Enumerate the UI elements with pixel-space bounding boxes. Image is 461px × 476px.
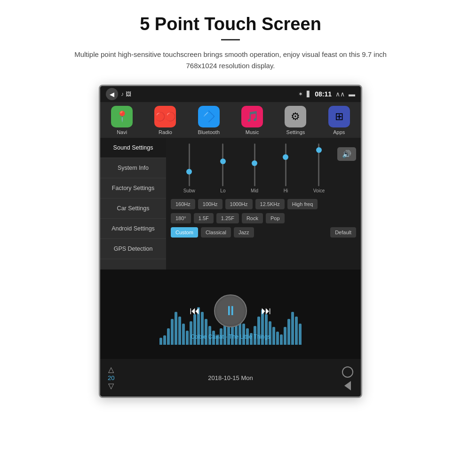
page-subtitle: Multiple point high-sensitive touchscree… bbox=[66, 49, 395, 71]
preset-100hz[interactable]: 100Hz bbox=[198, 199, 223, 209]
viz-bar bbox=[186, 331, 189, 345]
back-button[interactable]: ◀ bbox=[106, 88, 118, 100]
date-display: 2018-10-15 Mon bbox=[208, 374, 253, 381]
bluetooth-label: Bluetooth bbox=[198, 129, 220, 135]
apps-icon: ⊞ bbox=[328, 106, 350, 127]
viz-bar bbox=[295, 317, 298, 345]
home-circle-icon[interactable] bbox=[342, 366, 353, 378]
back-tri-icon[interactable] bbox=[344, 381, 351, 390]
sidebar-item-android-settings[interactable]: Android Settings bbox=[100, 219, 166, 239]
title-divider bbox=[221, 39, 240, 40]
preset-pop[interactable]: Pop bbox=[266, 213, 285, 223]
settings-label: Settings bbox=[286, 129, 305, 135]
viz-bar bbox=[284, 327, 286, 345]
viz-bar bbox=[175, 312, 177, 345]
preset-1000hz[interactable]: 1000Hz bbox=[225, 199, 253, 209]
preset-160hz[interactable]: 160Hz bbox=[171, 199, 195, 209]
status-bar: ◀ ♪ 🖼 ✶ ▋ 08:11 ∧∧ ▬ bbox=[100, 86, 361, 102]
app-navi[interactable]: 📍 Navi bbox=[104, 106, 140, 135]
preset-rock[interactable]: Rock bbox=[242, 213, 263, 223]
slider-lo[interactable]: Lo bbox=[220, 143, 225, 193]
sidebar-item-gps-detection[interactable]: GPS Detection bbox=[100, 239, 166, 259]
preset-1_25f[interactable]: 1.25F bbox=[216, 213, 239, 223]
layout-icon: ▬ bbox=[349, 90, 355, 98]
preset-jazz[interactable]: Jazz bbox=[234, 227, 254, 238]
next-track-button[interactable]: ⏭ bbox=[261, 305, 271, 317]
slider-lo-label: Lo bbox=[220, 188, 225, 193]
slider-hi-label: Hi bbox=[284, 188, 288, 193]
slider-subw-label: Subw bbox=[183, 188, 195, 193]
navi-label: Navi bbox=[117, 129, 127, 135]
eq-panel: Subw Lo Mid bbox=[166, 138, 361, 270]
app-settings[interactable]: ⚙ Settings bbox=[278, 106, 313, 135]
nav-arrows: △ 20 ▽ bbox=[108, 366, 114, 390]
bluetooth-icon: 🔷 bbox=[198, 106, 220, 127]
photo-status-icon: 🖼 bbox=[126, 91, 131, 97]
music-controls: ⏮ ⏸ ⏭ bbox=[190, 294, 271, 327]
music-status-icon: ♪ bbox=[121, 91, 124, 97]
viz-bar bbox=[291, 312, 294, 345]
navi-icon: 📍 bbox=[111, 106, 133, 127]
slider-voice[interactable]: Voice bbox=[313, 143, 325, 193]
music-player: ⏮ ⏸ ⏭ Colbie Caillat - The Little Things bbox=[100, 270, 361, 359]
prev-track-button[interactable]: ⏮ bbox=[190, 305, 200, 317]
preset-row-2: 180° 1.5F 1.25F Rock Pop bbox=[171, 213, 356, 223]
device-frame: ◀ ♪ 🖼 ✶ ▋ 08:11 ∧∧ ▬ 📍 Navi 🔴🔴 Radio 🔷 B… bbox=[99, 85, 362, 398]
bottom-right-icons bbox=[342, 366, 353, 389]
day-number: 20 bbox=[108, 374, 114, 381]
radio-icon: 🔴🔴 bbox=[154, 106, 176, 127]
viz-bar bbox=[276, 332, 279, 345]
settings-icon: ⚙ bbox=[285, 106, 306, 127]
app-music[interactable]: 🎵 Music bbox=[235, 106, 270, 135]
preset-1_5f[interactable]: 1.5F bbox=[194, 213, 214, 223]
viz-bar bbox=[171, 319, 174, 345]
viz-bar bbox=[182, 324, 185, 345]
sliders-row: Subw Lo Mid bbox=[171, 143, 337, 195]
preset-classical[interactable]: Classical bbox=[201, 227, 231, 238]
status-icons: ♪ 🖼 bbox=[121, 91, 131, 97]
play-pause-icon: ⏸ bbox=[224, 303, 237, 318]
up-arrow-button[interactable]: △ bbox=[108, 366, 114, 373]
sidebar-item-sound-settings[interactable]: Sound Settings bbox=[100, 138, 166, 158]
sidebar-item-car-settings[interactable]: Car Settings bbox=[100, 198, 166, 219]
up-arrows-icon: ∧∧ bbox=[335, 90, 345, 98]
radio-label: Radio bbox=[159, 129, 172, 135]
sound-toggle-button[interactable]: 🔊 bbox=[337, 147, 356, 161]
viz-bar bbox=[272, 327, 275, 345]
bt-icon: ✶ bbox=[298, 91, 303, 97]
viz-bar bbox=[178, 317, 181, 345]
sidebar: Sound Settings System Info Factory Setti… bbox=[100, 138, 166, 270]
play-pause-button[interactable]: ⏸ bbox=[214, 294, 247, 327]
app-bar: 📍 Navi 🔴🔴 Radio 🔷 Bluetooth 🎵 Music ⚙ Se… bbox=[100, 102, 361, 138]
viz-bar bbox=[159, 338, 162, 345]
status-left: ◀ ♪ 🖼 bbox=[106, 88, 131, 100]
viz-bar bbox=[287, 319, 290, 345]
music-label: Music bbox=[246, 129, 259, 135]
status-right: ✶ ▋ 08:11 ∧∧ ▬ bbox=[298, 90, 355, 98]
preset-highfreq[interactable]: High freq bbox=[287, 199, 318, 209]
slider-subw[interactable]: Subw bbox=[183, 143, 195, 193]
sidebar-item-factory-settings[interactable]: Factory Settings bbox=[100, 178, 166, 198]
viz-bar bbox=[280, 334, 283, 345]
app-apps[interactable]: ⊞ Apps bbox=[321, 106, 357, 135]
bottom-bar: △ 20 ▽ 2018-10-15 Mon bbox=[100, 359, 361, 397]
preset-row-1: 160Hz 100Hz 1000Hz 12.5KHz High freq bbox=[171, 199, 356, 209]
viz-bar bbox=[163, 335, 166, 345]
preset-12khz[interactable]: 12.5KHz bbox=[255, 199, 285, 209]
music-icon: 🎵 bbox=[241, 106, 263, 127]
down-arrow-button[interactable]: ▽ bbox=[108, 382, 114, 390]
page-title: 5 Point Touch Screen bbox=[140, 14, 321, 34]
app-radio[interactable]: 🔴🔴 Radio bbox=[148, 106, 183, 135]
sidebar-item-system-info[interactable]: System Info bbox=[100, 158, 166, 178]
slider-mid[interactable]: Mid bbox=[251, 143, 258, 193]
app-bluetooth[interactable]: 🔷 Bluetooth bbox=[191, 106, 226, 135]
viz-bar bbox=[299, 324, 302, 345]
preset-custom[interactable]: Custom bbox=[171, 227, 198, 238]
preset-default[interactable]: Default bbox=[330, 227, 356, 238]
slider-hi[interactable]: Hi bbox=[284, 143, 288, 193]
apps-label: Apps bbox=[333, 129, 345, 135]
preset-180deg[interactable]: 180° bbox=[171, 213, 191, 223]
slider-voice-label: Voice bbox=[313, 188, 325, 193]
song-title: Colbie Caillat - The Little Things bbox=[191, 333, 270, 340]
signal-icon: ▋ bbox=[307, 91, 311, 97]
